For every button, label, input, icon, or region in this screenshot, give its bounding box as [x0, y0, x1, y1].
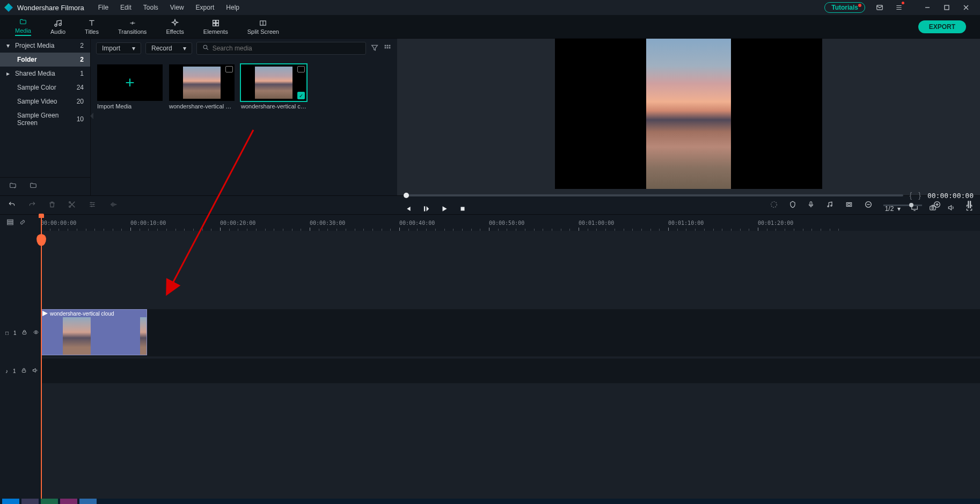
mid-row: ▾ Project Media 2 Folder 2 ▸ Shared Medi… — [0, 39, 980, 195]
minimize-button[interactable] — [918, 0, 937, 15]
prev-frame-button[interactable] — [404, 204, 412, 213]
tab-transitions[interactable]: Transitions — [108, 19, 156, 35]
media-grid: + Import Media wondershare-vertical pla.… — [91, 58, 397, 116]
sidebar-collapse-icon[interactable] — [90, 113, 93, 119]
tab-effects[interactable]: Effects — [156, 19, 193, 35]
app-title: Wondershare Filmora — [17, 4, 84, 12]
fullscreen-icon[interactable] — [965, 204, 974, 213]
thumbnail-image — [255, 67, 292, 99]
taskbar-app[interactable] — [79, 499, 97, 504]
svg-rect-17 — [461, 207, 465, 210]
tab-media[interactable]: Media — [5, 18, 41, 36]
scale-dropdown[interactable]: 1/2 ▾ — [885, 205, 901, 213]
record-dropdown[interactable]: Record ▾ — [145, 42, 192, 54]
mark-out-button[interactable]: } — [918, 191, 921, 200]
undo-button[interactable] — [8, 201, 16, 210]
tab-audio[interactable]: Audio — [41, 19, 75, 35]
menu-help[interactable]: Help — [226, 4, 239, 11]
sidebar-item-shared-media[interactable]: ▸ Shared Media 1 — [0, 67, 90, 81]
manage-tracks-icon[interactable] — [6, 218, 14, 228]
tab-split-screen[interactable]: Split Screen — [238, 19, 289, 35]
sidebar-item-folder[interactable]: Folder 2 — [0, 53, 90, 67]
maximize-button[interactable] — [937, 0, 956, 15]
adjust-button[interactable] — [88, 201, 97, 210]
preview-video[interactable] — [555, 39, 822, 189]
tutorials-button[interactable]: Tutorials — [824, 2, 865, 13]
video-track-header[interactable]: □1 — [0, 309, 41, 356]
media-thumb[interactable]: wondershare-vertical pla... — [169, 64, 235, 109]
svg-rect-12 — [389, 45, 391, 46]
export-button[interactable]: EXPORT — [918, 20, 966, 33]
sidebar-item-count: 1 — [80, 70, 84, 77]
split-icon — [258, 19, 268, 27]
taskbar-start[interactable] — [2, 499, 19, 504]
sidebar-item-project-media[interactable]: ▾ Project Media 2 — [0, 39, 90, 53]
timeline[interactable]: □1 ♪1 00:00:00:0000:00:10:0000:00:20:000… — [0, 215, 980, 499]
audio-track-header[interactable]: ♪1 — [0, 359, 41, 383]
svg-point-23 — [771, 201, 777, 207]
volume-icon[interactable] — [947, 204, 955, 213]
menu-file[interactable]: File — [98, 4, 108, 11]
thumb-caption: wondershare-vertical pla... — [169, 103, 235, 109]
grid-view-icon[interactable] — [383, 43, 392, 54]
tab-titles[interactable]: Titles — [75, 19, 108, 35]
close-button[interactable] — [956, 0, 976, 15]
timeline-ruler[interactable]: 00:00:00:0000:00:10:0000:00:20:0000:00:3… — [41, 215, 980, 231]
video-track[interactable]: wondershare-vertical cloud — [41, 309, 980, 356]
progress-thumb[interactable] — [404, 193, 409, 198]
scale-value: 1/2 — [885, 205, 894, 213]
playhead-handle[interactable] — [36, 234, 46, 246]
lock-icon[interactable] — [21, 367, 27, 375]
import-dropdown[interactable]: Import ▾ — [96, 42, 141, 54]
split-button[interactable] — [68, 200, 76, 210]
link-icon[interactable] — [19, 218, 26, 228]
expand-icon[interactable] — [225, 66, 233, 72]
progress-slider[interactable] — [404, 194, 903, 196]
filter-icon[interactable] — [370, 43, 379, 54]
expand-icon[interactable] — [297, 66, 305, 72]
zoom-slider[interactable] — [883, 204, 922, 206]
mark-in-button[interactable]: { — [910, 191, 912, 200]
stop-button[interactable] — [458, 204, 467, 213]
search-input[interactable] — [213, 45, 360, 52]
search-box[interactable] — [196, 42, 366, 55]
svg-point-37 — [35, 332, 36, 333]
menu-export[interactable]: Export — [196, 4, 215, 11]
ruler-tick: 00:00:40:00 — [399, 220, 435, 226]
title-bar: Wondershare Filmora File Edit Tools View… — [0, 0, 980, 15]
lock-icon[interactable] — [21, 329, 27, 337]
tasks-icon[interactable] — [894, 3, 904, 12]
eye-icon[interactable] — [32, 330, 40, 336]
menu-view[interactable]: View — [170, 4, 184, 11]
svg-point-20 — [932, 207, 934, 209]
sidebar-item-sample-green-screen[interactable]: Sample Green Screen 10 — [0, 108, 90, 130]
snapshot-icon[interactable] — [928, 204, 937, 213]
tab-elements[interactable]: Elements — [194, 19, 238, 35]
new-folder-icon[interactable] — [9, 182, 17, 191]
sidebar-item-sample-color[interactable]: Sample Color 24 — [0, 81, 90, 94]
speaker-icon[interactable] — [32, 367, 39, 375]
playhead[interactable] — [41, 215, 42, 499]
ruler-tick: 00:00:30:00 — [310, 220, 345, 226]
redo-button[interactable] — [28, 201, 36, 210]
render-icon[interactable] — [770, 200, 778, 210]
audio-track[interactable] — [41, 359, 980, 383]
sidebar-item-sample-video[interactable]: Sample Video 20 — [0, 94, 90, 108]
message-icon[interactable] — [875, 3, 884, 12]
menu-tools[interactable]: Tools — [143, 4, 158, 11]
import-media-tile[interactable]: + Import Media — [97, 64, 163, 109]
video-clip[interactable]: wondershare-vertical cloud — [41, 309, 147, 355]
svg-rect-38 — [22, 370, 25, 372]
delete-button[interactable] — [48, 200, 56, 210]
menu-edit[interactable]: Edit — [120, 4, 131, 11]
media-thumb[interactable]: ✓ wondershare-vertical clo... — [241, 64, 306, 109]
audio-wave-button[interactable] — [108, 201, 118, 210]
os-taskbar[interactable] — [0, 499, 980, 504]
taskbar-app[interactable] — [41, 499, 58, 504]
taskbar-app[interactable] — [21, 499, 39, 504]
taskbar-app[interactable] — [60, 499, 77, 504]
play-pause-button[interactable] — [422, 204, 430, 213]
play-button[interactable] — [440, 204, 449, 213]
svg-rect-36 — [23, 332, 26, 334]
folder-icon[interactable] — [29, 182, 38, 191]
